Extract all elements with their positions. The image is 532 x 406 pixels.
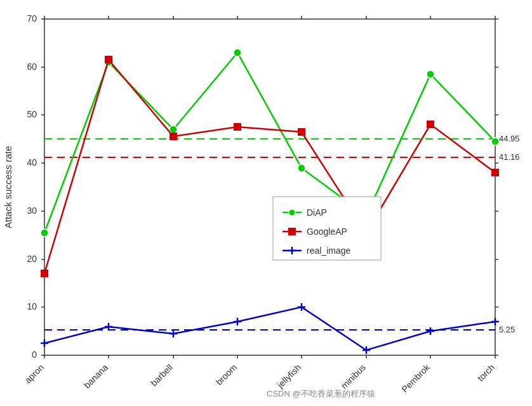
googleap-point-broom: [234, 123, 241, 131]
legend-diap-marker: [289, 209, 295, 216]
y-tick-20: 20: [27, 254, 37, 264]
diap-point-apron: [41, 229, 48, 237]
legend-googleap-marker: [288, 228, 296, 235]
googleap-point-pembrok: [427, 121, 434, 128]
y-tick-30: 30: [27, 206, 37, 216]
diap-point-broom: [234, 49, 241, 56]
legend-diap-label: DiAP: [307, 207, 327, 218]
diap-point-jellyfish: [298, 164, 305, 172]
googleap-point-barbell: [170, 133, 177, 140]
legend-realimage-label: real_image: [307, 246, 350, 256]
diap-mean-label: 44.95: [499, 134, 520, 143]
y-tick-0: 0: [32, 350, 37, 360]
y-axis-label: Attack success rate: [3, 146, 13, 228]
googleap-point-jellyfish: [298, 128, 305, 136]
y-tick-60: 60: [27, 62, 37, 72]
svg-rect-2: [44, 19, 495, 355]
googleap-mean-label: 41.16: [499, 152, 520, 162]
googleap-point-torch: [491, 169, 499, 176]
legend-googleap-label: GoogleAP: [307, 226, 347, 237]
realimage-mean-label: 5.25: [499, 325, 515, 334]
y-tick-50: 50: [27, 109, 37, 119]
diap-point-pembrok: [427, 70, 434, 78]
googleap-point-banana: [105, 56, 112, 63]
y-tick-40: 40: [27, 157, 37, 167]
chart-container: 0 10 20 30 40 50 60 70: [0, 0, 532, 406]
diap-point-torch: [491, 138, 499, 145]
watermark: CSDN @不吃香菜葱的程序猿: [267, 389, 375, 398]
googleap-point-apron: [41, 270, 48, 277]
y-tick-70: 70: [27, 13, 37, 23]
y-tick-10: 10: [27, 301, 37, 311]
